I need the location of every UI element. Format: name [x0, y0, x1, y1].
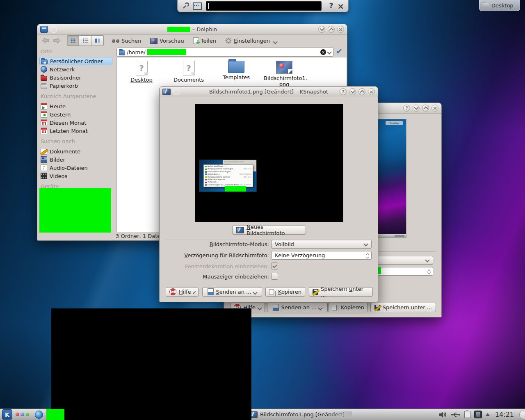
new-screenshot-button[interactable]: Neues Bildschirmfoto: [232, 226, 306, 235]
back-icon[interactable]: [41, 37, 50, 44]
close-button[interactable]: [431, 105, 438, 112]
sidebar-item-videos[interactable]: Videos: [39, 172, 112, 180]
sidebar-item-yesterday[interactable]: Gestern: [39, 110, 112, 119]
save-icon: [313, 289, 318, 295]
volume-icon[interactable]: [438, 411, 447, 418]
sidebar-item-trash[interactable]: Papierkorb: [39, 82, 112, 90]
tray-expander-icon[interactable]: [486, 413, 490, 416]
minimize-button[interactable]: [349, 88, 356, 95]
places-header: Orte: [41, 48, 52, 55]
usb-icon[interactable]: [451, 411, 461, 418]
censored-devices: [39, 188, 111, 233]
delay-label: Verzögerung für Bildschirmfoto:: [160, 252, 269, 258]
screenshot-preview[interactable]: Kürzlich Aufgerufene Heute Befehl ausfüh…: [195, 104, 343, 222]
forward-icon[interactable]: [53, 37, 61, 44]
location-bar[interactable]: /home/ ×: [116, 48, 333, 57]
delay-spinbox[interactable]: Keine Verzögerung: [271, 251, 372, 260]
mini-context-menu: Befehl ausführen ... Miniprogramme hinzu…: [203, 164, 253, 187]
file-item-desktop[interactable]: ? Desktop: [121, 61, 162, 83]
file-item-documents[interactable]: ? Documents: [168, 61, 209, 83]
file-item-screenshot[interactable]: Bildschirmfoto1. png: [264, 61, 305, 87]
share-button[interactable]: Teilen: [193, 37, 216, 44]
calendar-yesterday-icon: [41, 111, 47, 118]
columns-view-button[interactable]: [91, 35, 104, 46]
mini-desktop-widget: Desktop: [386, 121, 403, 125]
clear-location-icon[interactable]: ×: [320, 49, 326, 55]
panel-cashew-icon[interactable]: [519, 410, 525, 420]
sidebar-item-personal-folder[interactable]: Persönlicher Ordner: [39, 57, 112, 65]
send-to-button[interactable]: Senden an ...: [267, 303, 328, 312]
sidebar-item-today[interactable]: Heute: [39, 102, 112, 110]
file-item-templates[interactable]: Templates: [216, 61, 257, 80]
copy-button[interactable]: Kopieren: [329, 303, 368, 312]
mode-label: Bildschirmfoto-Modus:: [160, 241, 269, 247]
cursor-label: Mauszeiger einbeziehen:: [160, 274, 269, 280]
censored-region: [51, 308, 251, 420]
kmenu-icon[interactable]: K: [2, 409, 12, 420]
taskbar-task-button[interactable]: Bildschirmfoto1.png [Geändert] – KSn: [249, 411, 352, 418]
wrench-icon[interactable]: [182, 2, 189, 10]
calendar-today-icon: [41, 103, 47, 110]
preview-button[interactable]: Vorschau: [150, 38, 184, 44]
dolphin-titlebar[interactable]: – Dolphin: [37, 24, 347, 35]
close-button[interactable]: [368, 88, 375, 95]
desktop-folder-widget[interactable]: Desktop: [479, 0, 520, 11]
clipboard-icon[interactable]: [464, 411, 470, 418]
minimize-button[interactable]: [413, 105, 420, 112]
menu-item-icon: [205, 171, 207, 173]
unknown-file-icon: ?: [136, 61, 148, 75]
menu-item-icon: [205, 179, 207, 180]
chevron-down-icon: [318, 306, 323, 310]
ksnapshot-icon: [236, 227, 244, 233]
location-accept-checkmark[interactable]: ✔: [336, 47, 342, 56]
dolphin-icon: [40, 26, 48, 33]
help-button[interactable]: [340, 88, 347, 95]
location-dropdown-icon[interactable]: [327, 50, 331, 54]
system-activity-icon[interactable]: [193, 2, 202, 10]
help-button[interactable]: Hilfe: [166, 287, 199, 297]
save-as-button[interactable]: Speichern unter ...: [309, 287, 373, 297]
icons-view-button[interactable]: [67, 35, 79, 46]
close-icon[interactable]: ×: [337, 2, 344, 10]
sidebar-item-network[interactable]: Netzwerk: [39, 65, 112, 73]
ksnapshot-titlebar[interactable]: Bildschirmfoto1.png [Geändert] – KSnapsh…: [160, 87, 378, 97]
sidebar-item-images[interactable]: Bilder: [39, 155, 112, 164]
home-folder-icon: [41, 59, 48, 64]
decoration-checkbox[interactable]: [271, 262, 278, 269]
chevron-down-icon: [363, 242, 368, 246]
pager-icon[interactable]: [16, 413, 29, 416]
help-button[interactable]: [403, 105, 410, 112]
krunner-search-input[interactable]: [206, 1, 322, 11]
sidebar-item-last-month[interactable]: Letzten Monat: [39, 127, 112, 135]
details-view-button[interactable]: [79, 35, 91, 46]
send-to-button[interactable]: Senden an ...: [202, 287, 262, 297]
sidebar-item-documents[interactable]: Dokumente: [39, 147, 112, 155]
chevron-down-icon: [425, 258, 429, 262]
settings-button[interactable]: Einstellungen: [225, 37, 277, 44]
dolphin-toolbar: Suchen Vorschau Teilen Einstellungen: [37, 35, 347, 46]
share-plus-icon: [193, 37, 199, 44]
taskbar-clock[interactable]: 14:21: [495, 411, 514, 418]
copy-button[interactable]: Kopieren: [265, 287, 305, 297]
delay-value: Keine Verzögerung: [275, 252, 325, 258]
globe-launcher-icon[interactable]: [35, 411, 43, 419]
maximize-button[interactable]: [328, 26, 335, 33]
close-button[interactable]: [337, 26, 344, 33]
censored-username: [167, 27, 190, 32]
preview-image-icon: [150, 38, 158, 44]
chevron-down-icon: [253, 290, 258, 294]
device-notifier-icon[interactable]: [474, 411, 482, 418]
cursor-checkbox[interactable]: [271, 273, 278, 280]
save-as-button[interactable]: Speichern unter ...: [370, 303, 436, 312]
sidebar-item-audio[interactable]: Audio-Dateien: [39, 164, 112, 172]
maximize-button[interactable]: [422, 105, 429, 112]
maximize-button[interactable]: [358, 88, 365, 95]
mode-value: Vollbild: [275, 241, 294, 247]
help-icon[interactable]: ?: [329, 2, 333, 9]
sidebar-item-this-month[interactable]: Diesen Monat: [39, 119, 112, 127]
minimize-button[interactable]: [318, 26, 325, 33]
lifebuoy-icon: [169, 288, 176, 295]
search-button[interactable]: Suchen: [112, 38, 141, 44]
mode-combobox[interactable]: Vollbild: [271, 240, 372, 249]
sidebar-item-root[interactable]: Basisordner: [39, 73, 112, 82]
